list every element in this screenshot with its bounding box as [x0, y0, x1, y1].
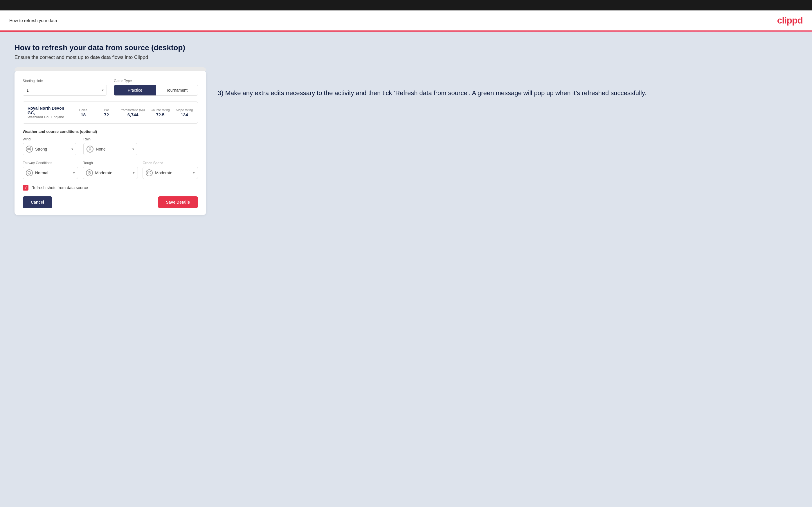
rain-dropdown[interactable]: None ▾: [83, 143, 137, 155]
cancel-button[interactable]: Cancel: [22, 196, 52, 208]
game-type-label: Game Type: [114, 79, 198, 83]
starting-hole-select[interactable]: 1 10: [23, 85, 107, 96]
rain-icon: [87, 146, 94, 153]
page-subtitle: Ensure the correct and most up to date d…: [14, 55, 798, 60]
refresh-checkbox[interactable]: ✓: [22, 185, 29, 190]
starting-hole-select-wrapper[interactable]: 1 10 ▾: [22, 85, 107, 96]
checkmark-icon: ✓: [24, 186, 27, 190]
wind-group: Wind Strong ▾: [22, 137, 77, 155]
rain-value: None: [96, 147, 130, 152]
holes-value: 18: [74, 112, 92, 117]
wind-value: Strong: [35, 147, 69, 152]
rough-value: Moderate: [95, 171, 131, 175]
rain-label: Rain: [83, 137, 137, 141]
par-stat: Par 72: [98, 108, 115, 117]
header: How to refresh your data clippd: [0, 10, 812, 31]
course-row: Royal North Devon GC, Westward Ho!, Engl…: [22, 102, 198, 123]
starting-hole-group: Starting Hole 1 10 ▾: [22, 79, 107, 96]
green-speed-icon: [146, 169, 153, 176]
fairway-arrow-icon: ▾: [73, 171, 75, 175]
slope-rating-stat: Slope rating 134: [175, 108, 193, 117]
holes-label: Holes: [74, 108, 92, 112]
wind-dropdown[interactable]: Strong ▾: [22, 143, 77, 155]
rough-icon: [86, 169, 93, 176]
refresh-label: Refresh shots from data source: [31, 185, 88, 190]
course-name-group: Royal North Devon GC, Westward Ho!, Engl…: [28, 106, 69, 119]
rough-label: Rough: [83, 161, 138, 165]
refresh-checkbox-row: ✓ Refresh shots from data source: [22, 185, 198, 190]
row-starting-hole-game-type: Starting Hole 1 10 ▾ Game Type Practice …: [22, 79, 198, 96]
par-value: 72: [98, 112, 115, 117]
form-card: Starting Hole 1 10 ▾ Game Type Practice …: [14, 71, 206, 215]
green-speed-value: Moderate: [155, 171, 191, 175]
main-content: How to refresh your data from source (de…: [0, 32, 812, 507]
fairway-rough-green-row: Fairway Conditions Normal ▾ Rough: [22, 161, 198, 179]
course-name-main: Royal North Devon GC,: [28, 106, 69, 115]
green-speed-group: Green Speed Moderate ▾: [143, 161, 198, 179]
fairway-label: Fairway Conditions: [22, 161, 78, 165]
wind-rain-row: Wind Strong ▾ Rain: [22, 137, 198, 155]
rain-arrow-icon: ▾: [133, 147, 134, 151]
content-area: Starting Hole 1 10 ▾ Game Type Practice …: [14, 71, 798, 215]
fairway-group: Fairway Conditions Normal ▾: [22, 161, 78, 179]
wind-label: Wind: [22, 137, 77, 141]
slope-rating-value: 134: [175, 112, 193, 117]
green-speed-arrow-icon: ▾: [193, 171, 195, 175]
rough-group: Rough Moderate ▾: [83, 161, 138, 179]
button-row: Cancel Save Details: [22, 196, 198, 208]
fairway-dropdown[interactable]: Normal ▾: [22, 167, 78, 179]
green-speed-dropdown[interactable]: Moderate ▾: [143, 167, 198, 179]
par-label: Par: [98, 108, 115, 112]
course-rating-label: Course rating: [151, 108, 170, 112]
breadcrumb: How to refresh your data: [9, 18, 57, 23]
yards-label: Yards/White (M)): [121, 108, 145, 112]
tournament-button[interactable]: Tournament: [156, 85, 198, 96]
rough-dropdown[interactable]: Moderate ▾: [83, 167, 138, 179]
rain-group: Rain None ▾: [83, 137, 137, 155]
wind-arrow-icon: ▾: [71, 147, 73, 151]
slope-rating-label: Slope rating: [175, 108, 193, 112]
rough-arrow-icon: ▾: [133, 171, 135, 175]
course-rating-stat: Course rating 72.5: [151, 108, 170, 117]
game-type-group: Game Type Practice Tournament: [114, 79, 198, 96]
right-description: 3) Make any extra edits necessary to the…: [218, 71, 798, 98]
holes-stat: Holes 18: [74, 108, 92, 117]
practice-button[interactable]: Practice: [114, 85, 156, 96]
fairway-value: Normal: [35, 171, 71, 175]
top-bar: [0, 0, 812, 10]
yards-stat: Yards/White (M)) 6,744: [121, 108, 145, 117]
page-title: How to refresh your data from source (de…: [14, 43, 798, 52]
logo: clippd: [777, 15, 803, 26]
conditions-title: Weather and course conditions (optional): [22, 129, 198, 134]
green-speed-label: Green Speed: [143, 161, 198, 165]
course-location: Westward Ho!, England: [28, 115, 69, 119]
description-text: 3) Make any extra edits necessary to the…: [218, 88, 798, 98]
starting-hole-label: Starting Hole: [22, 79, 107, 83]
course-rating-value: 72.5: [151, 112, 170, 117]
svg-point-0: [89, 148, 91, 149]
wind-icon: [26, 146, 33, 153]
fairway-icon: [26, 169, 33, 176]
yards-value: 6,744: [121, 112, 145, 117]
game-type-buttons: Practice Tournament: [114, 85, 198, 96]
save-button[interactable]: Save Details: [158, 196, 198, 208]
